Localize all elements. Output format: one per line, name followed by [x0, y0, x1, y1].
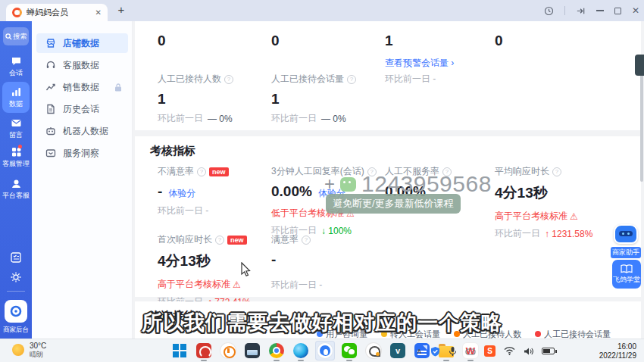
rail-item-data[interactable]: 数据	[2, 82, 30, 113]
microphone-icon[interactable]	[449, 346, 457, 357]
experience-score-link[interactable]: 体验分	[168, 187, 195, 200]
warning-icon: ⚠	[233, 279, 241, 290]
stat-value: 1	[385, 33, 393, 49]
sogou-input-icon[interactable]: S	[484, 345, 496, 357]
info-icon[interactable]: ?	[197, 167, 206, 176]
mail-icon	[10, 117, 22, 129]
taskbar-app-netease[interactable]	[194, 341, 214, 360]
maximize-button[interactable]	[614, 8, 621, 14]
sidebar-item-shop-data[interactable]: 店铺数据	[36, 33, 128, 53]
watermark-pill: 避免断更/更多最新低价课程	[326, 194, 461, 214]
gear-icon[interactable]	[10, 271, 22, 283]
history-icon[interactable]	[544, 6, 554, 16]
info-icon[interactable]: ?	[302, 236, 311, 245]
overview-card: 0 0 1 查看预警会话量 › 环比前一日 - 0 人工已接待人数? 1 环比前…	[135, 21, 641, 130]
legend-dot	[535, 331, 541, 337]
controller-icon[interactable]	[465, 347, 476, 356]
search-label: 搜索	[14, 32, 27, 42]
weather-temp: 30°C	[30, 342, 46, 351]
search-input[interactable]: 搜索	[3, 27, 29, 45]
rail-item-chat[interactable]: 会话	[0, 55, 32, 78]
wechat-icon	[342, 343, 357, 358]
taskbar-app-teal[interactable]: v	[388, 341, 408, 360]
assistant-robot-icon[interactable]	[614, 224, 638, 244]
stat-value: 0	[158, 33, 166, 49]
merchant-assistant-button[interactable]: 商家助手	[611, 247, 641, 258]
notification-dot	[18, 145, 22, 148]
tray-expand-chevron-icon[interactable]: ∧	[417, 347, 422, 355]
task-view-icon	[245, 343, 260, 358]
chevron-right-icon: ›	[451, 58, 454, 68]
robot-icon	[45, 126, 56, 136]
sidebar-item-service-insight[interactable]: 服务洞察	[36, 143, 128, 163]
minimize-button[interactable]	[596, 10, 604, 11]
feige-school-button[interactable]: 飞鸽学堂	[612, 260, 641, 289]
app-window: 蝉妈妈会员 ✕ + ✕ 搜索 会话 数据	[0, 0, 644, 362]
browser-titlebar: 蝉妈妈会员 ✕ + ✕	[0, 0, 644, 21]
new-badge: new	[227, 236, 247, 245]
divider	[7, 291, 25, 292]
backstage-label: 商家后台	[0, 326, 32, 335]
weather-widget[interactable]: 30°C 晴朗	[12, 342, 46, 358]
netease-music-icon	[196, 343, 211, 358]
windows-logo-icon	[173, 344, 186, 357]
agent-headset-icon	[10, 177, 22, 189]
search-icon	[5, 33, 12, 40]
sidebar-item-sales-data[interactable]: 销售数据	[36, 77, 128, 97]
taskbar-app-orange[interactable]	[218, 341, 238, 360]
stat-value: 0	[495, 33, 503, 49]
teal-app-icon: v	[390, 343, 405, 358]
stat-cell-manual-served-people: 人工已接待人数? 1 环比前一日— 0%	[158, 73, 271, 125]
taskbar-app-wechat[interactable]	[339, 341, 359, 360]
edge-icon	[293, 343, 308, 358]
sun-icon	[12, 344, 24, 356]
battery-icon[interactable]	[542, 348, 555, 354]
taskbar-app-feige-active[interactable]	[315, 341, 335, 360]
backstage-logo-icon	[9, 304, 23, 318]
taskbar-app-edge[interactable]	[291, 341, 311, 360]
chat-bubble-icon	[10, 55, 22, 67]
taskbar-clock[interactable]: 16:00 2022/11/29	[599, 342, 636, 360]
new-tab-button[interactable]: +	[114, 3, 129, 16]
browser-tab[interactable]: 蝉妈妈会员 ✕	[6, 4, 108, 21]
bar-chart-icon	[10, 86, 22, 98]
clock-date: 2022/11/29	[599, 351, 636, 360]
document-icon	[45, 104, 56, 114]
wifi-icon[interactable]	[504, 347, 515, 355]
taskbar-app-chrome[interactable]	[267, 341, 286, 360]
info-icon[interactable]: ?	[347, 75, 356, 84]
wechat-icon	[340, 177, 356, 192]
info-icon[interactable]: ?	[215, 236, 224, 245]
sidebar-item-service-data[interactable]: 客服数据	[36, 55, 128, 75]
sidebar-item-history-session[interactable]: 历史会话	[36, 99, 128, 119]
divider	[564, 6, 565, 15]
windows-start-button[interactable]	[170, 341, 189, 360]
shield-icon[interactable]	[430, 346, 440, 357]
stat-cell-warning-sessions: 1 查看预警会话量 › 环比前一日 -	[385, 27, 499, 86]
info-icon[interactable]: ?	[224, 75, 233, 84]
watermark-number: 1243959568	[361, 171, 492, 197]
info-icon[interactable]: ?	[552, 167, 561, 176]
tab-close-icon[interactable]: ✕	[95, 8, 102, 17]
volume-icon[interactable]	[524, 347, 533, 356]
rail-item-platform-service[interactable]: 平台客服	[0, 177, 32, 201]
stat-cell: 0	[271, 27, 385, 49]
view-warning-sessions-link[interactable]: 查看预警会话量 ›	[385, 58, 454, 68]
scrollbar-thumb[interactable]	[640, 68, 643, 182]
checklist-icon[interactable]	[10, 251, 22, 264]
sidebar-item-robot-data[interactable]: 机器人数据	[36, 121, 128, 141]
compare-text: 环比前一日 -	[385, 73, 436, 86]
rail-item-service-manage[interactable]: 客服管理	[0, 145, 32, 169]
new-badge: new	[209, 167, 229, 176]
primary-rail: 搜索 会话 数据 留言 客服管理	[0, 21, 32, 339]
popout-icon[interactable]	[576, 6, 586, 16]
chrome-icon	[269, 343, 284, 358]
taskbar-app-chat[interactable]	[364, 341, 383, 360]
merchant-backstage-button[interactable]	[5, 300, 27, 323]
assessment-card: 考核指标 不满意率?new -体验分 环比前一日 - 3分钟人工回复率(会话)?…	[135, 136, 641, 297]
task-view-button[interactable]	[242, 341, 262, 360]
stat-cell: 0	[495, 27, 608, 49]
watermark: + 1243959568	[324, 171, 492, 197]
rail-item-message[interactable]: 留言	[0, 117, 32, 140]
close-button[interactable]: ✕	[632, 6, 639, 15]
